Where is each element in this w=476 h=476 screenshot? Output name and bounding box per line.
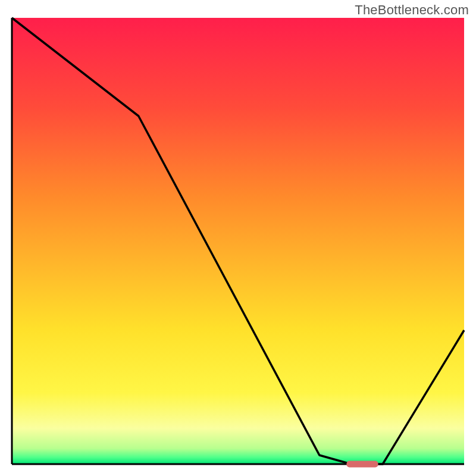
optimum-marker <box>346 461 378 468</box>
plot-background <box>12 18 464 464</box>
bottleneck-chart <box>0 0 476 476</box>
watermark-text: TheBottleneck.com <box>355 2 469 18</box>
chart-container: TheBottleneck.com <box>0 0 476 476</box>
